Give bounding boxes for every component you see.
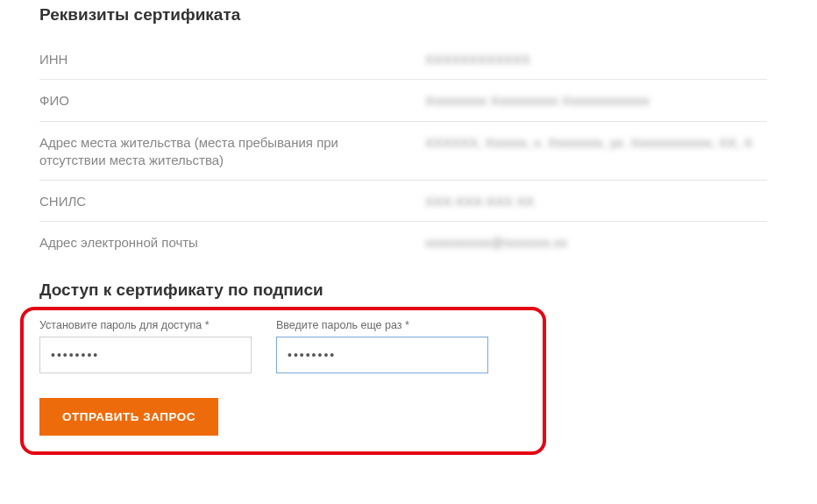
password1-input[interactable] <box>39 337 252 373</box>
detail-row-snils: СНИЛС XXX-XXX-XXX XX <box>39 181 767 222</box>
detail-row-address: Адрес места жительства (места пребывания… <box>39 122 767 181</box>
detail-value: XXX-XXX-XXX XX <box>425 193 767 210</box>
detail-value: XXXXXXXXXXXX <box>425 51 767 68</box>
detail-value: Xxxxxxxxx Xxxxxxxxxx Xxxxxxxxxxxxx <box>425 92 767 110</box>
detail-label: ФИО <box>39 92 425 110</box>
detail-label: СНИЛС <box>39 193 425 210</box>
detail-label: Адрес места жительства (места пребывания… <box>39 134 425 170</box>
password2-label: Введите пароль еще раз * <box>276 319 488 331</box>
submit-request-button[interactable]: ОТПРАВИТЬ ЗАПРОС <box>39 398 218 436</box>
password-field-1: Установите пароль для доступа * <box>39 319 252 373</box>
detail-value: xxxxxxxxxx@xxxxxxx.xx <box>425 234 767 252</box>
detail-label: ИНН <box>39 51 425 68</box>
detail-row-email: Адрес электронной почты xxxxxxxxxx@xxxxx… <box>39 222 767 262</box>
detail-row-fio: ФИО Xxxxxxxxx Xxxxxxxxxx Xxxxxxxxxxxxx <box>39 80 767 121</box>
detail-label: Адрес электронной почты <box>39 234 425 252</box>
password-field-2: Введите пароль еще раз * <box>276 319 488 373</box>
password2-input[interactable] <box>276 337 488 373</box>
password1-label: Установите пароль для доступа * <box>39 319 252 331</box>
signature-access-heading: Доступ к сертификату по подписи <box>39 280 817 300</box>
detail-value: XXXXXX, Xxxxxx, x. Xxxxxxxx, yx. Xxxxxxx… <box>425 134 767 152</box>
detail-row-inn: ИНН XXXXXXXXXXXX <box>39 39 767 80</box>
password-form-highlight: Установите пароль для доступа * Введите … <box>20 307 546 455</box>
certificate-details-table: ИНН XXXXXXXXXXXX ФИО Xxxxxxxxx Xxxxxxxxx… <box>39 39 767 263</box>
certificate-details-heading: Реквизиты сертификата <box>39 5 817 25</box>
